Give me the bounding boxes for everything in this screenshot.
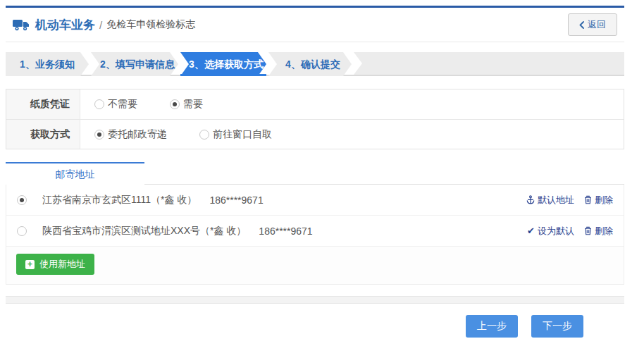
address-actions: 默认地址 删除 — [526, 194, 613, 206]
address-radio-selected[interactable] — [17, 195, 27, 205]
step-tabs: 1、业务须知 2、填写申请信息 3、选择获取方式 4、确认提交 — [6, 52, 624, 76]
step-tabs-filler — [354, 52, 624, 75]
default-address-link[interactable]: 默认地址 — [526, 194, 574, 206]
form-row-paper-voucher: 纸质凭证 不需要 需要 — [6, 89, 624, 119]
address-footer: + 使用新地址 — [6, 247, 624, 284]
radio-selected-icon[interactable] — [170, 99, 180, 109]
step-tab-3-active[interactable]: 3、选择获取方式 — [180, 52, 266, 76]
form-label: 获取方式 — [6, 120, 80, 149]
breadcrumb-separator: / — [99, 19, 102, 31]
step-tab-2[interactable]: 2、填写申请信息 — [91, 52, 178, 76]
form-row-delivery-method: 获取方式 委托邮政寄递 前往窗口自取 — [6, 119, 624, 149]
address-actions: ✔ 设为默认 删除 — [527, 225, 613, 237]
delete-address-label: 删除 — [595, 194, 613, 206]
form-options: 委托邮政寄递 前往窗口自取 — [80, 120, 272, 149]
radio-selected-icon[interactable] — [94, 130, 104, 140]
tab-mailing-address[interactable]: 邮寄地址 — [6, 162, 144, 185]
radio-label: 委托邮政寄递 — [108, 128, 167, 141]
address-phone: 186****9671 — [209, 194, 263, 206]
radio-option-postal-delivery[interactable]: 委托邮政寄递 — [94, 128, 167, 141]
section-title: 机动车业务 — [35, 17, 95, 33]
truck-icon — [13, 19, 30, 31]
address-radio[interactable] — [17, 226, 27, 236]
address-text: 陕西省宝鸡市渭滨区测试地址XXX号（*鑫 收） — [42, 225, 246, 237]
step-tab-1[interactable]: 1、业务须知 — [6, 52, 89, 76]
radio-icon[interactable] — [94, 99, 104, 109]
address-text: 江苏省南京市玄武区1111（*鑫 收） — [42, 194, 197, 206]
page-container: 机动车业务 / 免检车申领检验标志 返回 1、业务须知 2、填写申请信息 3、选… — [6, 6, 624, 338]
delete-address-link[interactable]: 删除 — [584, 225, 613, 237]
radio-option-no-need[interactable]: 不需要 — [94, 98, 137, 111]
address-row-2: 陕西省宝鸡市渭滨区测试地址XXX号（*鑫 收） 186****9671 ✔ 设为… — [6, 216, 624, 247]
trash-icon — [584, 195, 592, 204]
page-title: 免检车申领检验标志 — [106, 18, 195, 31]
radio-option-need[interactable]: 需要 — [170, 98, 203, 111]
delete-address-label: 删除 — [595, 225, 613, 237]
section-divider — [6, 296, 624, 304]
radio-icon[interactable] — [199, 130, 209, 140]
previous-step-button[interactable]: 上一步 — [466, 315, 518, 338]
options-form: 纸质凭证 不需要 需要 获取方式 委托邮政寄递 — [6, 89, 624, 149]
address-tabs: 邮寄地址 — [6, 162, 624, 185]
anchor-icon — [526, 195, 535, 204]
back-button-label: 返回 — [588, 18, 606, 31]
form-label: 纸质凭证 — [6, 89, 80, 119]
delete-address-link[interactable]: 删除 — [584, 194, 613, 206]
check-icon: ✔ — [527, 225, 535, 236]
wizard-navigation: 上一步 下一步 — [6, 315, 624, 338]
set-default-label: 设为默认 — [538, 225, 574, 237]
chevron-left-icon — [579, 21, 584, 29]
form-options: 不需要 需要 — [80, 89, 203, 119]
step-tab-4[interactable]: 4、确认提交 — [268, 52, 352, 76]
active-step-underline — [180, 74, 266, 76]
trash-icon — [584, 226, 592, 235]
address-list: 江苏省南京市玄武区1111（*鑫 收） 186****9671 默认地址 — [6, 185, 624, 285]
set-default-link[interactable]: ✔ 设为默认 — [527, 225, 574, 237]
radio-label: 前往窗口自取 — [213, 128, 272, 141]
use-new-address-button[interactable]: + 使用新地址 — [16, 254, 94, 275]
next-step-button[interactable]: 下一步 — [531, 315, 583, 338]
radio-label: 需要 — [183, 98, 203, 111]
default-address-label: 默认地址 — [538, 194, 574, 206]
header: 机动车业务 / 免检车申领检验标志 返回 — [6, 8, 624, 42]
radio-label: 不需要 — [108, 98, 137, 111]
radio-option-pickup-window[interactable]: 前往窗口自取 — [199, 128, 272, 141]
plus-icon: + — [25, 260, 35, 269]
address-row-1: 江苏省南京市玄武区1111（*鑫 收） 186****9671 默认地址 — [6, 185, 624, 216]
use-new-address-label: 使用新地址 — [39, 258, 85, 271]
back-button[interactable]: 返回 — [568, 13, 617, 36]
address-phone: 186****9671 — [259, 225, 312, 237]
mailing-address-section: 邮寄地址 江苏省南京市玄武区1111（*鑫 收） 186****9671 默认地… — [6, 162, 624, 285]
